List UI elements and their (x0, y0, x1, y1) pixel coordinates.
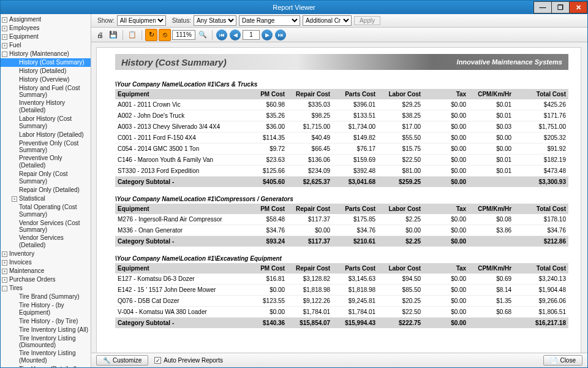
tree-item[interactable]: +Maintenance (1, 267, 91, 275)
expand-icon[interactable]: + (12, 196, 17, 202)
tree-label: Tire History - (by Equipment) (19, 302, 89, 316)
tree-item[interactable]: -Tires (1, 284, 91, 293)
tree-item[interactable]: History and Fuel (Cost Summary) (1, 84, 91, 99)
page-input[interactable] (243, 30, 260, 40)
stop-icon[interactable]: ⦸ (159, 29, 171, 41)
customize-button[interactable]: 🔧Customize (96, 355, 148, 366)
tree-label: Tire Brand (Summary) (19, 293, 80, 301)
category-title: \Your Company Name\Location #1\Compresso… (115, 196, 568, 202)
tree-item[interactable]: Vendor Services (Cost Summary) (1, 219, 91, 234)
column-header: Parts Cost (333, 263, 378, 274)
collapse-icon[interactable]: - (2, 52, 7, 57)
category-title: \Your Company Name\Location #1\Cars & Tr… (115, 81, 568, 88)
tree-item[interactable]: +Fuel (1, 41, 91, 50)
table-row: V-004 - Komatsu WA 380 Loader$0.00$1,784… (115, 307, 568, 318)
column-header: Labor Cost (378, 204, 423, 214)
tree-item[interactable]: History (Overview) (1, 75, 91, 84)
table-row: E127 - Komatsu D6-3 Dozer$16.81$3,128.82… (115, 274, 568, 285)
report-viewport[interactable]: History (Cost Summary) Innovative Mainte… (91, 42, 587, 353)
subtotal-row: Category Subtotal -$405.60$2,625.37$3,04… (115, 177, 568, 188)
next-page-button[interactable]: ▶ (262, 29, 273, 40)
tree-item[interactable]: Inventory History (Detailed) (1, 99, 91, 115)
column-header: Tax (423, 89, 469, 99)
expand-icon[interactable]: + (2, 26, 7, 31)
tree-item[interactable]: Tire Inventory Listing (Dismounted) (1, 334, 91, 349)
column-header: Parts Cost (333, 204, 378, 214)
tree-item[interactable]: Vendor Services (Detailed) (1, 234, 91, 250)
expand-icon[interactable]: + (2, 269, 7, 274)
column-header: Total Cost (514, 89, 568, 99)
column-header: Equipment (115, 89, 242, 99)
tree-item[interactable]: Repair Only (Detailed) (1, 186, 91, 194)
tree-item[interactable]: +Purchase Orders (1, 275, 91, 284)
zoom-input[interactable] (172, 30, 195, 40)
table-row: M276 - Ingersoll-Rand Air Compressor$58.… (115, 214, 568, 225)
status-select[interactable]: Any Status (194, 15, 236, 26)
column-header: CPM/Km/Hr (469, 89, 514, 99)
print-icon[interactable]: 🖨 (94, 29, 106, 41)
criteria-select[interactable]: Additional Criteria (303, 15, 352, 26)
column-header: Labor Cost (378, 89, 423, 99)
tree-item[interactable]: Tire History - (by Equipment) (1, 301, 91, 317)
tree-item[interactable]: +Statistical (1, 194, 91, 203)
tree-label: Labor History (Detailed) (19, 131, 84, 139)
last-page-button[interactable]: ⏭ (275, 29, 286, 40)
table-row: ST330 - 2013 Ford Expedition$125.66$234.… (115, 166, 568, 177)
tree-item[interactable]: +Invoices (1, 258, 91, 267)
tree-spacer (12, 239, 17, 245)
expand-icon[interactable]: + (2, 43, 7, 48)
column-header: CPM/Km/Hr (469, 204, 514, 214)
maximize-button[interactable]: ❐ (551, 1, 570, 13)
show-select[interactable]: All Equipment (117, 15, 166, 26)
close-button[interactable]: ✕ (569, 1, 587, 13)
tree-item[interactable]: Tire Inventory Listing (Mounted) (1, 349, 91, 365)
first-page-button[interactable]: ⏮ (216, 29, 227, 40)
expand-icon[interactable]: + (2, 277, 7, 283)
tree-item[interactable]: Tire History - (by Tire) (1, 317, 91, 326)
tree-spacer (12, 89, 17, 94)
tree-item[interactable]: +Assignment (1, 15, 91, 24)
expand-icon[interactable]: + (2, 17, 7, 23)
tree-item[interactable]: Preventive Only (Detailed) (1, 154, 91, 170)
tree-item[interactable]: Labor History (Detailed) (1, 131, 91, 139)
tree-item[interactable]: +Equipment (1, 33, 91, 41)
auto-preview-checkbox[interactable]: ✓Auto Preview Reports (154, 357, 223, 364)
tree-spacer (12, 367, 17, 368)
bottom-bar: 🔧Customize ✓Auto Preview Reports 📄Close (91, 353, 587, 367)
tree-item[interactable]: Labor History (Cost Summary) (1, 115, 91, 131)
collapse-icon[interactable]: - (2, 286, 7, 291)
daterange-select[interactable]: Date Range (239, 15, 300, 26)
tree-item[interactable]: Tire Brand (Summary) (1, 293, 91, 301)
tree-item[interactable]: Repair Only (Cost Summary) (1, 170, 91, 186)
zoom-icon[interactable]: 🔍 (197, 29, 209, 41)
tree-item[interactable]: -History (Maintenance) (1, 50, 91, 58)
tree-item[interactable]: Tire Inventory Listing (All) (1, 326, 91, 334)
column-header: Repair Cost (287, 263, 333, 274)
expand-icon[interactable]: + (2, 251, 7, 257)
tree-item[interactable]: Preventive Only (Cost Summary) (1, 139, 91, 154)
tree-label: Inventory History (Detailed) (19, 99, 89, 114)
copy-icon[interactable]: 📋 (126, 29, 138, 41)
minimize-button[interactable]: — (533, 1, 552, 13)
expand-icon[interactable]: + (2, 260, 7, 266)
prev-page-button[interactable]: ◀ (230, 29, 241, 40)
tree-item[interactable]: History (Cost Summary) (1, 58, 91, 67)
refresh-icon[interactable]: ↻ (145, 29, 157, 41)
tree-item[interactable]: Total Operating (Cost Summary) (1, 203, 91, 219)
table-row: Q076 - D5B Cat Dozer$123.55$9,122.26$9,2… (115, 296, 568, 307)
tree-spacer (12, 60, 17, 66)
tree-spacer (12, 319, 17, 324)
tree-item[interactable]: History (Detailed) (1, 67, 91, 75)
tree-item[interactable]: +Employees (1, 24, 91, 33)
tree-spacer (12, 188, 17, 193)
tree-spacer (12, 69, 17, 74)
apply-button[interactable]: Apply (354, 16, 380, 25)
expand-icon[interactable]: + (2, 34, 7, 40)
table-row: A001 - 2011 Crown Vic$60.98$335.03$396.0… (115, 99, 568, 110)
report-tree[interactable]: +Assignment+Employees+Equipment+Fuel-His… (1, 14, 91, 367)
export-icon[interactable]: 💾 (107, 29, 119, 41)
tree-item[interactable]: +Inventory (1, 250, 91, 258)
tree-item[interactable]: Tire Usage (Detailed) (1, 365, 91, 367)
close-report-button[interactable]: 📄Close (543, 355, 582, 366)
tree-label: Tire Usage (Detailed) (19, 366, 77, 367)
